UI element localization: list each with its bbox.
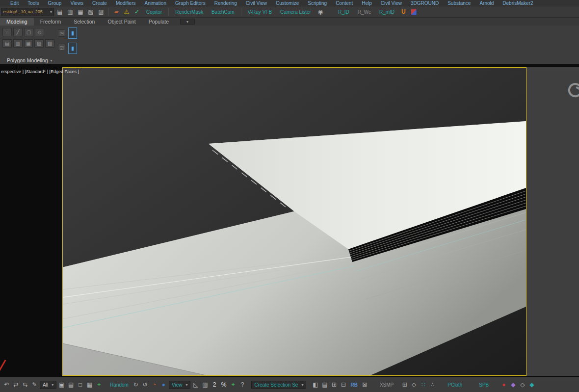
rendermask-button[interactable]: RenderMask	[172, 9, 207, 15]
panel-icon-2[interactable]: ▤	[320, 381, 329, 388]
ribbon-tab[interactable]: Freeform	[34, 18, 68, 26]
check-tool-icon[interactable]: ✓	[132, 7, 141, 17]
ribbon-tool-icon-1[interactable]: ▤	[2, 39, 12, 48]
r-mid-button[interactable]: R_mID	[376, 9, 398, 15]
menu-item[interactable]: Civil View	[376, 0, 406, 6]
filter-icon-1[interactable]: ▣	[57, 381, 66, 388]
collapsed-panel-button-2[interactable]: ▮	[68, 43, 77, 54]
menu-item[interactable]: Arnold	[475, 0, 498, 6]
vray-vfb-button[interactable]: V-Ray VFB	[244, 9, 275, 15]
refresh-icon[interactable]: ↻	[132, 381, 140, 388]
diamond-tool-icon[interactable]: ◇	[410, 381, 418, 388]
menu-item[interactable]: 3DGROUND	[406, 0, 443, 6]
menu-item[interactable]: Animation	[140, 0, 170, 6]
grid-snap-icon[interactable]: ▥	[201, 381, 209, 388]
viewport-canvas[interactable]	[63, 68, 526, 375]
polygon-mode-icon[interactable]: ◇	[35, 28, 44, 36]
menu-item[interactable]: Group	[44, 0, 66, 6]
filter-icon-4[interactable]: ▦	[85, 381, 94, 388]
menu-item[interactable]: Edit	[6, 0, 23, 6]
named-set-icon-4[interactable]: ▧	[86, 7, 95, 17]
snap-level-icon[interactable]: 2	[210, 381, 218, 388]
polygon-modeling-panel-title[interactable]: Polygon Modeling ▾	[7, 57, 53, 63]
vertex-mode-icon[interactable]: ∴	[2, 28, 12, 36]
ribbon-tab[interactable]: Selection	[67, 18, 101, 26]
selection-set-combo[interactable]: esktop\ , 10, ка. 205 ▾	[1, 8, 54, 16]
r-wc-button[interactable]: R_Wc	[354, 9, 374, 15]
ribbon-tool-icon-2[interactable]: ▥	[13, 39, 23, 48]
angle-snap-icon[interactable]: ◺	[191, 381, 200, 388]
collapsed-panel-button-1[interactable]: ▮	[68, 27, 77, 39]
plugin-icon-teal[interactable]: ◆	[527, 381, 536, 388]
viewcube-orbit-arrow-icon[interactable]: ⟳	[564, 74, 579, 106]
menu-item[interactable]: Help	[357, 0, 376, 6]
named-set-icon-3[interactable]: ▦	[76, 7, 85, 17]
select-link-icon[interactable]: ⇄	[12, 381, 20, 388]
menu-item[interactable]: Civil View	[241, 0, 271, 6]
view-combo[interactable]: View ▾	[169, 381, 191, 389]
xsmp-button[interactable]: XSMP	[378, 382, 395, 388]
paint-tool-icon[interactable]: ▰	[112, 7, 121, 17]
refresh-ccw-icon[interactable]: ↺	[141, 381, 149, 388]
selection-filter-combo[interactable]: All ▾	[40, 381, 56, 389]
close-box-icon[interactable]: ⊠	[361, 381, 369, 388]
mini-panel-icon-2[interactable]: ◲	[58, 44, 65, 51]
menu-item[interactable]: Rendering	[210, 0, 241, 6]
menu-item[interactable]: Graph Editors	[171, 0, 210, 6]
panel-icon-4[interactable]: ⊟	[339, 381, 347, 388]
plus-icon[interactable]: +	[229, 381, 237, 388]
ribbon-tool-icon-5[interactable]: ▨	[45, 39, 54, 48]
grid-box-icon[interactable]: ⊞	[400, 381, 409, 388]
tri-dots-icon[interactable]: ∴	[428, 381, 437, 388]
orb-icon[interactable]: ●	[159, 381, 168, 388]
ribbon-tab[interactable]: Populate	[142, 18, 175, 26]
help-icon[interactable]: ?	[238, 381, 246, 388]
named-set-icon-2[interactable]: ▥	[66, 7, 75, 17]
mini-panel-icon-1[interactable]: ◳	[58, 29, 65, 37]
menu-item[interactable]: Scripting	[303, 0, 331, 6]
plugin-icon-purple[interactable]: ◆	[509, 381, 517, 388]
batchcam-button[interactable]: BatchCam	[208, 9, 238, 15]
menu-item[interactable]: Tools	[23, 0, 43, 6]
menu-item[interactable]: DebrisMaker2	[498, 0, 537, 6]
right-viewport-panel[interactable]: ⟳	[526, 67, 579, 376]
status-dot-red[interactable]: ●	[500, 381, 508, 388]
named-set-icon-1[interactable]: ▤	[55, 7, 64, 17]
menu-item[interactable]: Customize	[271, 0, 303, 6]
random-button[interactable]: Random	[108, 382, 131, 388]
ribbon-tool-icon-3[interactable]: ▦	[24, 39, 33, 48]
filter-icon-3[interactable]: □	[76, 381, 84, 388]
named-set-icon-5[interactable]: ▨	[97, 7, 105, 17]
viewport-label[interactable]: erspective ] [Standard* ] [Edged Faces ]	[1, 69, 79, 74]
sphere-icon[interactable]: ◔	[150, 381, 158, 388]
filter-icon-2[interactable]: ▤	[67, 381, 75, 388]
undo-icon[interactable]: ↶	[2, 381, 11, 388]
edit-icon[interactable]: ✎	[30, 381, 39, 388]
ribbon-tab[interactable]: Object Paint	[101, 18, 142, 26]
r-id-button[interactable]: R_ID	[335, 9, 353, 15]
border-mode-icon[interactable]: ▢	[24, 28, 33, 36]
panel-icon-3[interactable]: ⊞	[330, 381, 338, 388]
warning-icon[interactable]: ⚠	[122, 7, 131, 17]
percent-snap-icon[interactable]: %	[219, 381, 228, 388]
panel-icon-1[interactable]: ◧	[311, 381, 319, 388]
plugin-icon-gray[interactable]: ◇	[518, 381, 526, 388]
camera-lister-button[interactable]: Camera Lister	[277, 9, 315, 15]
ribbon-config-dropdown[interactable]: ▾	[180, 19, 195, 25]
menu-item[interactable]: Modifiers	[111, 0, 140, 6]
copitor-button[interactable]: Copitor	[143, 9, 165, 15]
add-icon[interactable]: +	[95, 381, 103, 388]
unwrap-tool-icon[interactable]: U	[399, 8, 408, 15]
active-viewport[interactable]	[62, 67, 526, 376]
menu-item[interactable]: Substance	[443, 0, 475, 6]
menu-item[interactable]: Content	[331, 0, 357, 6]
ribbon-tab[interactable]: Modeling	[0, 18, 34, 26]
edge-mode-icon[interactable]: ╱	[13, 28, 23, 36]
pcloth-button[interactable]: PCloth	[446, 382, 464, 388]
ribbon-tool-icon-4[interactable]: ▧	[34, 39, 44, 48]
unlink-icon[interactable]: ⇆	[21, 381, 29, 388]
camera-icon[interactable]: ◉	[316, 7, 325, 17]
dots-tool-icon[interactable]: ∷	[419, 381, 427, 388]
spb-button[interactable]: SPB	[477, 382, 491, 388]
rb-tool-icon[interactable]: RB	[348, 382, 359, 388]
